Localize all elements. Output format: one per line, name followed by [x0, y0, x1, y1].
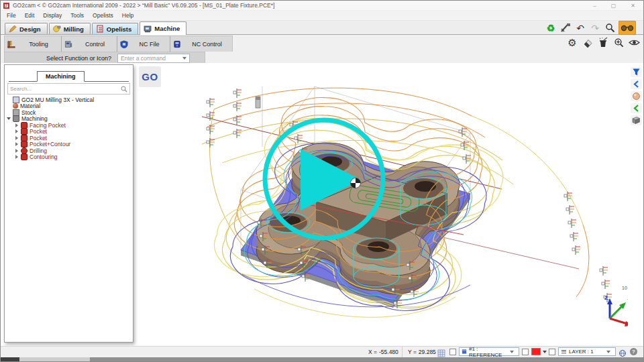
- reference-checkbox[interactable]: [449, 349, 456, 355]
- collapse-blue-icon[interactable]: [631, 79, 642, 89]
- tree-item-drilling[interactable]: Drilling: [5, 147, 133, 154]
- chevron-down-icon[interactable]: [182, 57, 186, 60]
- expander-closed-icon[interactable]: [14, 129, 19, 133]
- menu-file[interactable]: File: [7, 12, 16, 19]
- tree-item-contouring[interactable]: Contouring: [5, 154, 133, 161]
- help-icon[interactable]: ?: [630, 348, 637, 355]
- machining-tree: GO2 MU Milling 3X - Vertical Material St…: [5, 97, 133, 160]
- tree-item-stock[interactable]: Stock: [5, 109, 133, 116]
- bottom-strip: [1, 357, 643, 361]
- nc-file-button[interactable]: NC File: [117, 36, 170, 52]
- minimize-button[interactable]: –: [593, 3, 596, 9]
- tree-item-machine[interactable]: GO2 MU Milling 3X - Vertical: [5, 97, 133, 103]
- layer-icon: [561, 349, 567, 355]
- tooling-icon: [7, 40, 15, 48]
- reference-cube-icon: [462, 349, 467, 355]
- chevron-down-icon[interactable]: [510, 351, 514, 353]
- go2cam-window: 2 GO2cam < © GO2cam International 2009 -…: [0, 0, 644, 362]
- eraser-icon[interactable]: [582, 36, 594, 48]
- x-coordinate: X =-55.480: [368, 347, 398, 357]
- zoom-arrow-icon[interactable]: [612, 36, 625, 48]
- chevron-down-icon[interactable]: [606, 351, 610, 353]
- tab-milling[interactable]: Milling: [49, 23, 91, 34]
- filter-icon[interactable]: [631, 67, 642, 77]
- view-toolbar: [629, 67, 643, 125]
- clean-bin-icon[interactable]: [597, 36, 609, 48]
- expander-closed-icon[interactable]: [14, 149, 19, 153]
- design-icon: [9, 25, 17, 33]
- layer-selector[interactable]: LAYER : 1: [558, 347, 616, 356]
- expander-open-icon[interactable]: [6, 117, 11, 120]
- svg-text:Y: Y: [627, 298, 628, 304]
- machining-panel: Machining Search... GO2 MU Milling 3X - …: [4, 64, 133, 343]
- glasses-icon[interactable]: [619, 21, 636, 35]
- search-icon: [121, 86, 127, 93]
- tree-item-machining[interactable]: Machining: [5, 116, 133, 123]
- y-coordinate: Y =29.285: [402, 347, 436, 357]
- menu-tools[interactable]: Tools: [70, 12, 84, 19]
- svg-text:Z: Z: [604, 295, 608, 301]
- menu-display[interactable]: Display: [43, 12, 62, 19]
- collapse-green-icon[interactable]: [631, 103, 642, 113]
- current-tool-icon: [256, 97, 260, 108]
- tree-item-material[interactable]: Material: [5, 103, 133, 110]
- pocket-icon: [21, 135, 28, 141]
- refresh-icon[interactable]: ♻: [545, 22, 557, 34]
- expander-closed-icon[interactable]: [14, 142, 19, 146]
- contouring-icon: [21, 154, 28, 160]
- color-checkbox[interactable]: [522, 349, 529, 355]
- tree-item-facing-pocket[interactable]: Facing Pocket: [5, 122, 133, 129]
- maximize-button[interactable]: ▢: [611, 3, 616, 9]
- machine-tools-icon[interactable]: ⚙: [566, 36, 578, 48]
- cursor-icon: [351, 178, 361, 188]
- menu-help[interactable]: Help: [122, 12, 133, 19]
- expander-closed-icon[interactable]: [14, 123, 19, 127]
- window-title: GO2cam < © GO2cam International 2009 - 2…: [13, 2, 274, 9]
- color-dropdown-icon[interactable]: [543, 351, 547, 353]
- axis-triad: Z Y X: [604, 295, 628, 333]
- app-icon: 2: [3, 3, 9, 9]
- redo-icon[interactable]: ↷: [589, 22, 601, 34]
- eye-rotate-icon[interactable]: [628, 36, 640, 48]
- pocket-contour-icon: [21, 141, 28, 147]
- scale-indicator: 10 mm: [622, 259, 628, 290]
- milling-icon: [53, 25, 61, 33]
- control-button[interactable]: Control: [62, 36, 117, 52]
- tab-machining[interactable]: Machining: [37, 71, 85, 82]
- drilling-icon: [21, 147, 28, 154]
- caliper-icon[interactable]: [559, 22, 572, 34]
- layer-checkbox[interactable]: [549, 349, 555, 355]
- menu-opelists[interactable]: Opelists: [93, 12, 113, 19]
- tree-item-pocket-1[interactable]: Pocket: [5, 129, 133, 135]
- tab-opelists[interactable]: Opelists: [92, 23, 139, 34]
- command-input[interactable]: Enter a command: [117, 54, 190, 63]
- tree-item-pocket-2[interactable]: Pocket: [5, 135, 133, 141]
- opelists-icon: [96, 25, 104, 33]
- stock-icon: [13, 109, 19, 116]
- quick-toolbar-row1: ♻ ↶ ↷: [545, 21, 636, 35]
- status-bar: X =-55.480 Y =29.285 #1 : REFERENCE LAYE…: [1, 346, 643, 357]
- scroll-segment[interactable]: [90, 357, 643, 361]
- menu-edit[interactable]: Edit: [25, 12, 35, 19]
- reference-selector[interactable]: #1 : REFERENCE: [459, 347, 519, 356]
- tab-design[interactable]: Design: [5, 23, 48, 34]
- tree-item-pocket-contour[interactable]: Pocket+Contour: [5, 141, 133, 148]
- panel-tab-row: Machining: [9, 68, 129, 82]
- tab-machine[interactable]: Machine: [140, 21, 186, 35]
- expander-closed-icon[interactable]: [14, 155, 19, 159]
- current-color-swatch[interactable]: [531, 348, 541, 355]
- search-input[interactable]: Search...: [7, 83, 130, 95]
- title-bar: 2 GO2cam < © GO2cam International 2009 -…: [1, 1, 643, 11]
- close-button[interactable]: ✕: [631, 3, 635, 9]
- expander-closed-icon[interactable]: [14, 136, 19, 140]
- machine-toolbar: Tooling Control NC File NC Control: [1, 35, 643, 52]
- nc-control-button[interactable]: NC Control: [170, 36, 232, 52]
- undo-icon[interactable]: ↶: [574, 22, 586, 34]
- nc-file-icon: [120, 40, 128, 48]
- tooling-button[interactable]: Tooling: [5, 36, 62, 52]
- viewport-canvas[interactable]: 10 mm Z Y X: [133, 63, 628, 348]
- zoom-icon[interactable]: [604, 22, 616, 34]
- stock-cube-icon[interactable]: [631, 115, 642, 125]
- material-sphere-icon[interactable]: [631, 91, 642, 101]
- scroll-segment[interactable]: [1, 357, 19, 361]
